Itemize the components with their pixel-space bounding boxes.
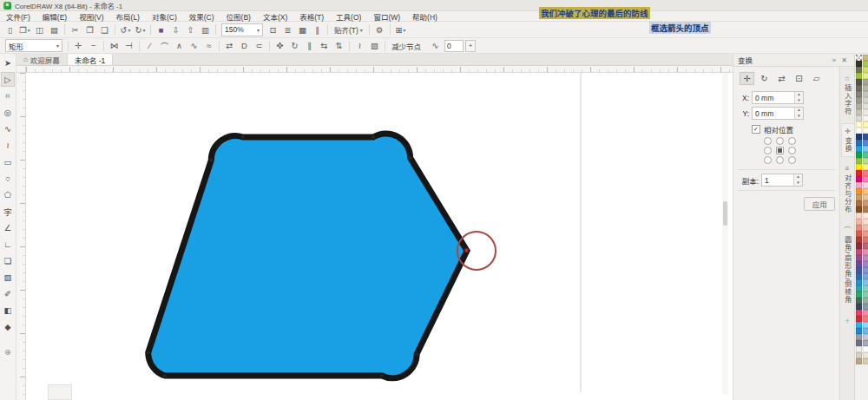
color-swatch[interactable] xyxy=(856,273,862,279)
color-swatch[interactable] xyxy=(863,279,868,285)
menu-item[interactable]: 文件(F) xyxy=(0,11,36,22)
anchor-point-option[interactable] xyxy=(764,147,772,154)
docker-collapse-button[interactable]: » xyxy=(830,56,838,64)
color-swatch[interactable] xyxy=(856,55,862,61)
color-swatch[interactable] xyxy=(863,285,868,292)
ruler-origin-corner[interactable] xyxy=(16,66,26,73)
new-document-button[interactable]: ▯ xyxy=(3,23,17,36)
x-spinner[interactable]: ▲▼ xyxy=(794,92,803,103)
color-swatch[interactable] xyxy=(863,170,868,176)
docker-tab-align-distribute[interactable]: ≡ 对齐与分布 xyxy=(841,161,854,217)
extract-subpath-button[interactable]: ⊂ xyxy=(252,40,266,52)
color-swatch[interactable] xyxy=(863,261,868,267)
publish-pdf-button[interactable]: ▥ xyxy=(198,23,213,36)
freehand-tool[interactable]: ∿ xyxy=(1,121,15,136)
color-swatch[interactable] xyxy=(856,322,862,328)
color-swatch[interactable] xyxy=(863,91,868,97)
color-swatch[interactable] xyxy=(863,207,868,213)
docker-tab-insert-character[interactable]: ☆ 插入字符 xyxy=(841,71,854,119)
add-node-button[interactable]: ✛ xyxy=(71,40,86,52)
x-position-input[interactable]: 0 mm ▲▼ xyxy=(752,91,804,104)
marquee-mode-combo[interactable]: 矩形 xyxy=(5,39,62,52)
color-swatch[interactable] xyxy=(856,279,862,285)
color-swatch[interactable] xyxy=(856,164,862,170)
color-swatch[interactable] xyxy=(856,152,862,158)
color-swatch[interactable] xyxy=(856,121,862,128)
docker-close-button[interactable]: ✕ xyxy=(838,56,850,64)
stretch-nodes-button[interactable]: ✜ xyxy=(273,40,287,52)
shape-tool[interactable]: ▷ xyxy=(1,72,15,87)
convert-to-curve-button[interactable]: ⌒ xyxy=(157,40,172,52)
crop-tool[interactable]: ⌗ xyxy=(1,89,15,103)
color-swatch[interactable] xyxy=(856,298,862,304)
close-curve-button[interactable]: D xyxy=(237,40,252,52)
menu-item[interactable]: 视图(V) xyxy=(73,11,109,22)
apply-button[interactable]: 应用 xyxy=(804,197,835,211)
symmetric-node-button[interactable]: ≈ xyxy=(201,40,216,52)
color-swatch[interactable] xyxy=(856,188,862,194)
two-point-line-tool[interactable]: ≀ xyxy=(1,138,15,153)
menu-item[interactable]: 布局(L) xyxy=(110,11,146,22)
color-swatch[interactable] xyxy=(856,103,862,109)
color-swatch[interactable] xyxy=(856,140,862,146)
color-swatch[interactable] xyxy=(863,316,868,322)
cut-button[interactable]: ✂ xyxy=(68,23,82,36)
color-swatch[interactable] xyxy=(863,200,868,207)
color-swatch[interactable] xyxy=(863,273,868,279)
color-swatch[interactable] xyxy=(856,249,862,255)
color-swatch[interactable] xyxy=(856,261,862,267)
color-swatch[interactable] xyxy=(856,304,862,310)
open-button[interactable]: ❒ xyxy=(17,23,32,36)
color-swatch[interactable] xyxy=(863,158,868,164)
dimension-tool[interactable]: ∠ xyxy=(1,220,15,235)
color-eyedropper-tool[interactable]: ✐ xyxy=(1,286,15,301)
color-swatch[interactable] xyxy=(863,249,868,255)
color-swatch[interactable] xyxy=(863,67,868,73)
join-nodes-button[interactable]: ⋈ xyxy=(107,40,122,52)
color-swatch[interactable] xyxy=(863,194,868,200)
docker-tab-transform[interactable]: ✛ 变换 xyxy=(841,123,854,157)
drawn-shape[interactable] xyxy=(148,134,467,378)
docker-tab-fillet-scallop-chamfer[interactable]: ⌒ 圆角/扇形角/倒棱角 xyxy=(841,221,854,307)
relative-position-checkbox[interactable]: ✓ xyxy=(752,125,760,134)
color-swatch[interactable] xyxy=(863,85,868,91)
show-guidelines-button[interactable]: ∥ xyxy=(310,23,325,36)
redo-button[interactable]: ↻ xyxy=(133,23,148,36)
color-swatch[interactable] xyxy=(856,328,862,334)
y-position-input[interactable]: 0 mm ▲▼ xyxy=(752,107,804,120)
tab-document[interactable]: 未命名 -1 xyxy=(68,54,113,65)
undo-button[interactable]: ↺ xyxy=(118,23,133,36)
color-swatch[interactable] xyxy=(863,219,868,225)
rectangle-tool[interactable]: ▭ xyxy=(1,154,15,169)
paste-button[interactable]: ❑ xyxy=(97,23,112,36)
interactive-fill-tool[interactable]: ◧ xyxy=(1,303,15,318)
color-swatch[interactable] xyxy=(856,200,862,207)
polygon-tool[interactable]: ⬠ xyxy=(1,187,15,202)
menu-item[interactable]: 工具(O) xyxy=(330,11,367,22)
color-swatch[interactable] xyxy=(856,267,862,273)
color-swatch[interactable] xyxy=(856,237,862,243)
color-swatch[interactable] xyxy=(863,146,868,152)
anchor-point-option[interactable] xyxy=(788,137,796,145)
color-swatch[interactable] xyxy=(863,188,868,194)
color-swatch[interactable] xyxy=(856,231,862,237)
color-swatch[interactable] xyxy=(856,146,862,152)
zoom-level-combo[interactable]: 150% xyxy=(221,23,263,36)
color-swatch[interactable] xyxy=(856,194,862,200)
anchor-point-option[interactable] xyxy=(776,137,784,145)
color-swatch[interactable] xyxy=(863,109,868,115)
color-swatch[interactable] xyxy=(863,328,868,334)
reduce-nodes-button[interactable]: 减少节点 xyxy=(388,40,424,52)
color-swatch[interactable] xyxy=(863,225,868,231)
color-swatch[interactable] xyxy=(856,243,862,249)
curve-smoothness-input[interactable]: 0 xyxy=(444,40,464,52)
color-swatch[interactable] xyxy=(863,358,868,364)
page-navigator[interactable] xyxy=(48,384,72,400)
color-swatch[interactable] xyxy=(863,164,868,170)
color-swatch[interactable] xyxy=(856,310,862,316)
color-swatch[interactable] xyxy=(863,231,868,237)
color-swatch[interactable] xyxy=(863,182,868,188)
menu-item[interactable]: 文本(X) xyxy=(257,11,293,22)
selected-node[interactable] xyxy=(465,249,469,252)
drop-shadow-tool[interactable]: ❏ xyxy=(1,253,15,268)
